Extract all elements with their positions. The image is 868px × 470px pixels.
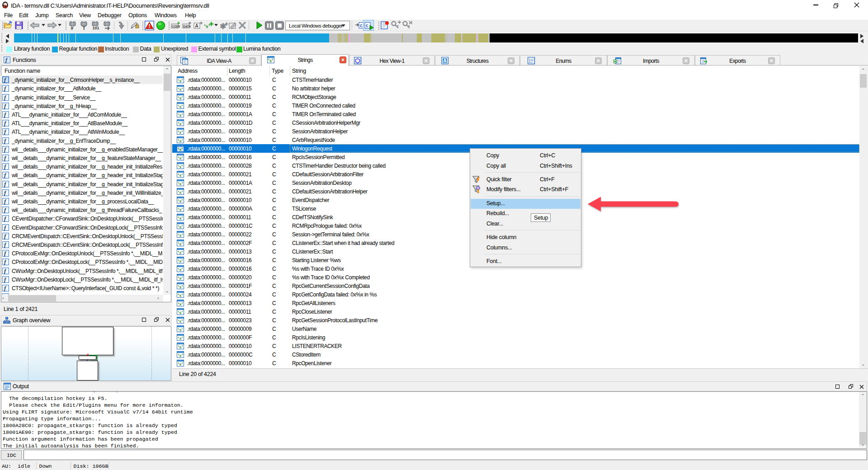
svg-text:‘s’: ‘s’ (178, 78, 183, 83)
svg-text:‘s’: ‘s’ (178, 164, 183, 169)
svg-text:‘s’: ‘s’ (178, 258, 183, 263)
svg-text:‘s’: ‘s’ (178, 146, 183, 152)
svg-text:‘s’: ‘s’ (178, 207, 183, 212)
svg-text:‘s’: ‘s’ (178, 224, 183, 229)
svg-text:c: c (360, 23, 363, 28)
svg-text:‘s’: ‘s’ (178, 301, 183, 306)
svg-text:‘s’: ‘s’ (178, 241, 183, 246)
svg-text:‘s’: ‘s’ (178, 284, 183, 289)
svg-text:‘s’: ‘s’ (178, 155, 183, 160)
svg-text:‘s’: ‘s’ (178, 181, 183, 186)
svg-text:‘s’: ‘s’ (204, 23, 210, 29)
svg-text:‘s’: ‘s’ (178, 215, 183, 221)
svg-text:‘s’: ‘s’ (178, 335, 183, 341)
svg-text:‘s’: ‘s’ (178, 121, 183, 126)
svg-text:T: T (83, 25, 86, 31)
svg-text:‘s’: ‘s’ (178, 352, 183, 358)
svg-text:‘s’: ‘s’ (178, 129, 183, 135)
svg-text:#: # (71, 25, 74, 31)
svg-text:‘s’: ‘s’ (178, 249, 183, 255)
svg-text:‘s’: ‘s’ (178, 292, 183, 298)
svg-text:‘s’: ‘s’ (178, 86, 183, 92)
svg-text:✱: ✱ (220, 22, 226, 30)
svg-text:‘s’: ‘s’ (178, 112, 183, 118)
svg-text:‘s’: ‘s’ (178, 232, 183, 238)
svg-text:‘s’: ‘s’ (178, 267, 183, 272)
svg-text:CODE: CODE (172, 25, 180, 28)
svg-text:DATA: DATA (183, 25, 191, 28)
svg-text:‘s’: ‘s’ (178, 361, 183, 367)
svg-text:‘s’: ‘s’ (178, 344, 183, 349)
svg-text:‘s’: ‘s’ (178, 138, 183, 143)
svg-text:‘s’: ‘s’ (178, 172, 183, 178)
svg-text:‘s’: ‘s’ (178, 318, 183, 324)
svg-text:‘s’: ‘s’ (178, 327, 183, 332)
svg-text:c: c (366, 23, 368, 28)
svg-text:‘s’: ‘s’ (178, 275, 183, 281)
svg-text:64: 64 (3, 5, 7, 9)
svg-text:‘s’: ‘s’ (178, 189, 183, 195)
svg-text:‘s’: ‘s’ (178, 103, 183, 109)
svg-text:101: 101 (93, 26, 99, 30)
svg-text:‘s’: ‘s’ (178, 95, 183, 100)
svg-text:‘s’: ‘s’ (178, 310, 183, 315)
svg-text:‘s’: ‘s’ (178, 198, 183, 203)
svg-text:A: A (195, 24, 198, 28)
